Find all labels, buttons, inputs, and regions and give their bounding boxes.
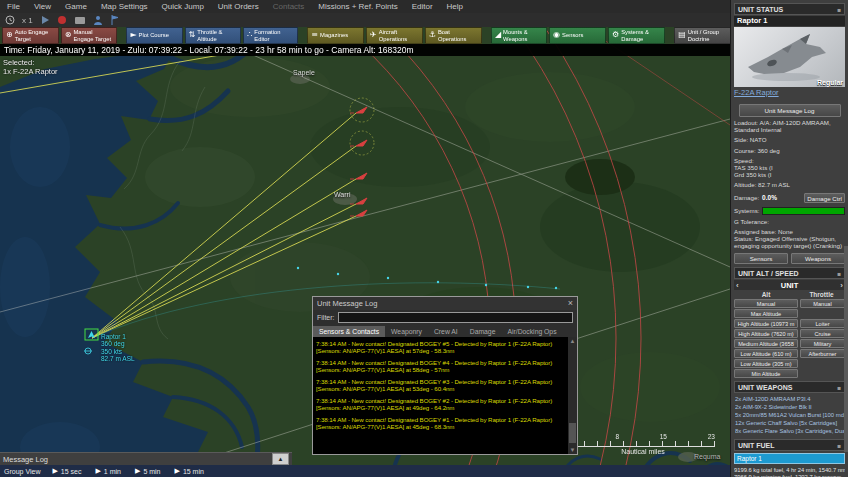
next-unit-arrow[interactable]: › bbox=[840, 281, 843, 290]
toolbar-button[interactable]: ✈ Aircraft Operations bbox=[366, 27, 423, 44]
unit-nav-label: UNIT bbox=[781, 281, 799, 290]
unit-status-header[interactable]: UNIT STATUS ▪ bbox=[734, 3, 845, 15]
weapon-link[interactable]: 2x AIM-9X-2 Sidewinder Blk II bbox=[735, 404, 844, 410]
pin-icon[interactable]: ▪ bbox=[837, 6, 841, 13]
throttle-preset-button[interactable]: Military bbox=[800, 339, 845, 348]
unit-name: Raptor 1 bbox=[734, 16, 845, 26]
flag-icon[interactable] bbox=[110, 15, 120, 25]
group-view-label[interactable]: Group View bbox=[4, 468, 40, 475]
time-compression-button[interactable]: ▶ 5 min bbox=[135, 467, 161, 475]
menu-item[interactable]: Editor bbox=[405, 2, 440, 11]
toolbar-button-label: Plot Course bbox=[139, 32, 179, 38]
weapon-link[interactable]: 8x Generic Flare Salvo [3x Cartridges, D… bbox=[735, 428, 844, 434]
menu-item[interactable]: Quick Jump bbox=[155, 2, 211, 11]
fuel-unit-tab[interactable]: Raptor 1 bbox=[734, 453, 845, 464]
tab[interactable]: Damage bbox=[464, 326, 502, 337]
filter-label: Filter: bbox=[317, 314, 335, 321]
tab[interactable]: Air/Docking Ops bbox=[501, 326, 562, 337]
expand-icon[interactable]: ▲ bbox=[272, 453, 289, 465]
panel-scrollbar[interactable] bbox=[844, 246, 848, 452]
altitude-preset-button[interactable]: Max Altitude bbox=[734, 309, 798, 318]
menu-item[interactable]: Map Settings bbox=[94, 2, 155, 11]
scrollbar-track[interactable] bbox=[568, 344, 577, 447]
throttle-preset-button[interactable]: Afterburner bbox=[800, 349, 845, 358]
weapon-link[interactable]: 2x AIM-120D AMRAAM P3I.4 bbox=[735, 396, 844, 402]
damage-ctrl-button[interactable]: Damage Ctrl bbox=[804, 193, 845, 203]
weapon-link[interactable]: 5x 20mm/85 M61A2 Vulcan Burst [100 rnds] bbox=[735, 412, 844, 418]
toolbar-button-label: Aircraft Operations bbox=[379, 29, 419, 41]
sensors-button[interactable]: Sensors bbox=[734, 253, 788, 264]
throttle-preset-button[interactable]: Manual bbox=[800, 299, 845, 308]
toolbar-button-label: Systems & Damage bbox=[621, 29, 661, 41]
toolbar-button-label: Mounts & Weapons bbox=[503, 29, 543, 41]
filter-input[interactable] bbox=[338, 312, 574, 323]
map-label-warri: Warri bbox=[334, 191, 350, 198]
menu-item[interactable]: Unit Orders bbox=[211, 2, 266, 11]
close-icon[interactable]: × bbox=[568, 299, 573, 308]
menu-item[interactable]: File bbox=[0, 2, 27, 11]
selected-unit-readout: Selected: 1x F-22A Raptor bbox=[3, 58, 58, 76]
altitude-preset-button[interactable]: High Altitude (10973 m bbox=[734, 319, 798, 328]
scrollbar[interactable]: ▲ ▼ bbox=[568, 337, 577, 454]
throttle-preset-button[interactable]: Cruise bbox=[800, 329, 845, 338]
time-compression-button[interactable]: ▶ 15 sec bbox=[52, 467, 81, 475]
time-bar: Time: Friday, January 11, 2019 - Zulu: 0… bbox=[0, 44, 730, 56]
toolbar-button[interactable]: ⊕ Auto Engage Target bbox=[2, 27, 59, 44]
toolbar-button[interactable]: ◉ Sensors bbox=[549, 27, 606, 44]
record-icon[interactable] bbox=[57, 15, 67, 25]
altitude-buttons: ManualMax AltitudeHigh Altitude (10973 m… bbox=[734, 299, 798, 378]
altitude-preset-button[interactable]: Manual bbox=[734, 299, 798, 308]
player-unit-altitude: 82.7 m ASL bbox=[101, 355, 135, 362]
message-log-bar[interactable]: Message Log ▲ bbox=[0, 452, 292, 465]
toolbar-button[interactable]: ◢ Mounts & Weapons bbox=[491, 27, 547, 44]
menu-item[interactable]: Help bbox=[440, 2, 470, 11]
menu-item[interactable]: Game bbox=[58, 2, 94, 11]
throttle-preset-button[interactable]: Loiter bbox=[800, 319, 845, 328]
clock-icon[interactable] bbox=[5, 15, 15, 25]
systems-label: Systems: bbox=[734, 207, 759, 214]
toolbar-button[interactable]: ▤ Unit / Group Doctrine bbox=[674, 27, 732, 44]
unit-weapons-header[interactable]: UNIT WEAPONS ▪ bbox=[734, 381, 845, 393]
toolbar-button[interactable]: ⊗ Manual Engage Target bbox=[61, 27, 118, 44]
altitude-preset-button[interactable]: Low Altitude (305 m) bbox=[734, 359, 798, 368]
map-viewport[interactable]: Time: Friday, January 11, 2019 - Zulu: 0… bbox=[0, 27, 730, 477]
toolbar-button[interactable]: ⚙ Systems & Damage bbox=[608, 27, 665, 44]
tab[interactable]: Sensors & Contacts bbox=[313, 326, 385, 337]
play-icon[interactable] bbox=[40, 15, 50, 25]
toolbar-button[interactable]: ≡ Magazines bbox=[307, 27, 364, 44]
pin-icon[interactable]: ▪ bbox=[837, 270, 841, 277]
tab[interactable]: Weaponry bbox=[385, 326, 428, 337]
altitude-preset-button[interactable]: High Altitude (7620 m) bbox=[734, 329, 798, 338]
toolbar-button-icon: ⚙ bbox=[612, 31, 619, 39]
unit-type-link[interactable]: F-22A Raptor bbox=[734, 88, 845, 97]
altitude-preset-button[interactable]: Low Altitude (610 m) bbox=[734, 349, 798, 358]
menu-item[interactable]: View bbox=[27, 2, 58, 11]
weapon-link[interactable]: 12x Generic Chaff Salvo [5x Cartridges] bbox=[735, 420, 844, 426]
menu-item[interactable]: Missions + Ref. Points bbox=[311, 2, 404, 11]
menu-item[interactable]: Contacts bbox=[266, 2, 312, 11]
pin-icon[interactable]: ▪ bbox=[837, 442, 841, 449]
tab[interactable]: Crew AI bbox=[428, 326, 464, 337]
log-entry-line1: 7:38:14 AM - New contact! Designated BOG… bbox=[316, 397, 565, 404]
weapons-button[interactable]: Weapons bbox=[791, 253, 845, 264]
toolbar-button[interactable]: ⚓ Boat Operations bbox=[425, 27, 482, 44]
screenshot-icon[interactable] bbox=[74, 15, 86, 25]
toolbar-button[interactable]: ⇅ Throttle & Altitude bbox=[185, 27, 242, 44]
scroll-down-icon[interactable]: ▼ bbox=[570, 447, 576, 453]
time-compression-button[interactable]: ▶ 15 min bbox=[175, 467, 204, 475]
altitude-preset-button[interactable]: Medium Altitude (3658 bbox=[734, 339, 798, 348]
toolbar-button[interactable]: ► Plot Course bbox=[126, 27, 182, 44]
person-icon[interactable] bbox=[93, 15, 103, 25]
toolbar-button[interactable]: ∴ Formation Editor bbox=[243, 27, 298, 44]
altitude-preset-button[interactable]: Min Altitude bbox=[734, 369, 798, 378]
unit-fuel-header[interactable]: UNIT FUEL ▪ bbox=[734, 439, 845, 451]
scrollbar-thumb[interactable] bbox=[569, 423, 576, 443]
unit-alt-speed-header[interactable]: UNIT ALT / SPEED ▪ bbox=[734, 267, 845, 279]
alt-column-label: Alt bbox=[734, 291, 798, 298]
unit-message-log-button[interactable]: Unit Message Log bbox=[739, 104, 841, 117]
time-compression-button[interactable]: ▶ 1 min bbox=[95, 467, 121, 475]
scale-tick-label: 23 bbox=[708, 433, 715, 440]
pin-icon[interactable]: ▪ bbox=[837, 384, 841, 391]
prev-unit-arrow[interactable]: ‹ bbox=[736, 281, 739, 290]
window-title-bar[interactable]: Unit Message Log × bbox=[313, 297, 577, 310]
